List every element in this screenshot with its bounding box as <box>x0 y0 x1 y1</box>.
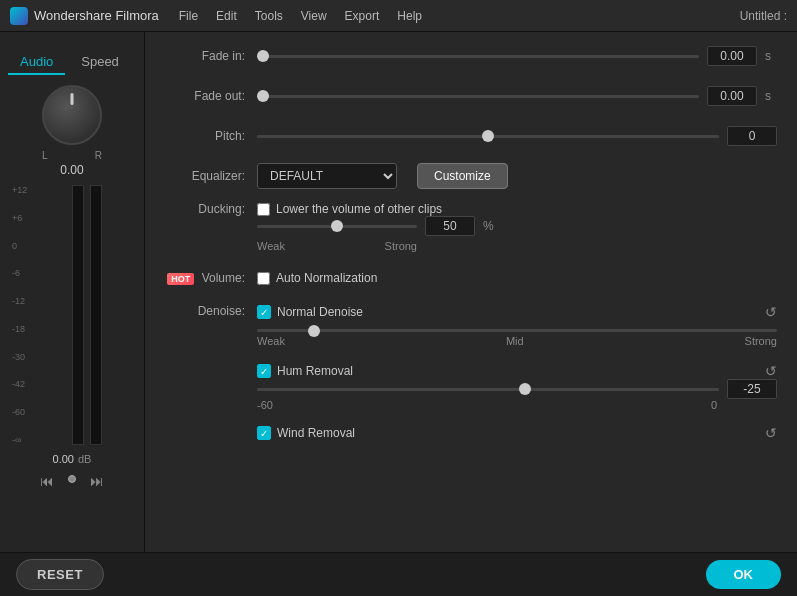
bottom-bar: RESET OK <box>0 552 797 596</box>
menu-view[interactable]: View <box>301 9 327 23</box>
hum-checkbox-label: ✓ Hum Removal <box>257 364 353 378</box>
denoise-label: Denoise: <box>165 304 245 318</box>
menu-edit[interactable]: Edit <box>216 9 237 23</box>
pitch-slider-container <box>257 126 777 146</box>
auto-norm-label: Auto Normalization <box>257 271 377 285</box>
hum-removal-section: x ✓ Hum Removal ↺ -60 0 <box>165 363 777 411</box>
wind-text: Wind Removal <box>277 426 355 440</box>
wind-removal-row: x ✓ Wind Removal ↺ <box>165 419 777 447</box>
fade-out-value[interactable] <box>707 86 757 106</box>
menu-tools[interactable]: Tools <box>255 9 283 23</box>
menu-bar: File Edit Tools View Export Help <box>179 9 740 23</box>
app-logo: Wondershare Filmora <box>10 7 159 25</box>
meter-start-btn[interactable]: ⏮ <box>36 471 58 491</box>
app-name: Wondershare Filmora <box>34 8 159 23</box>
meter-db-unit: dB <box>78 453 91 465</box>
hum-text: Hum Removal <box>277 364 353 378</box>
fade-out-label: Fade out: <box>165 89 245 103</box>
ducking-slider-row: % <box>257 216 495 236</box>
fade-out-slider[interactable] <box>257 95 699 98</box>
lr-labels: L R <box>42 150 102 161</box>
hum-checkbox[interactable]: ✓ <box>257 364 271 378</box>
scale-18: -18 <box>12 324 27 334</box>
pitch-row: Pitch: <box>165 122 777 150</box>
menu-help[interactable]: Help <box>397 9 422 23</box>
fade-in-value[interactable] <box>707 46 757 66</box>
equalizer-controls: DEFAULT Classical Dance Full Bass Pop Ro… <box>257 163 508 189</box>
ducking-section: Ducking: Lower the volume of other clips… <box>165 202 777 252</box>
scale-30: -30 <box>12 352 27 362</box>
tab-speed[interactable]: Speed <box>69 50 131 75</box>
scale-42: -42 <box>12 379 27 389</box>
ducking-text: Lower the volume of other clips <box>276 202 442 216</box>
hum-reset-icon[interactable]: ↺ <box>765 363 777 379</box>
denoise-strong: Strong <box>745 335 777 347</box>
pitch-slider[interactable] <box>257 135 719 138</box>
equalizer-select[interactable]: DEFAULT Classical Dance Full Bass Pop Ro… <box>257 163 397 189</box>
ducking-value[interactable] <box>425 216 475 236</box>
meter-dot[interactable] <box>68 475 76 483</box>
wind-content: ✓ Wind Removal ↺ <box>257 425 777 441</box>
fade-in-row: Fade in: s <box>165 42 777 70</box>
auto-norm-text: Auto Normalization <box>276 271 377 285</box>
ducking-unit: % <box>483 219 495 233</box>
hum-content: ✓ Hum Removal ↺ <box>257 363 777 379</box>
denoise-scale: Weak Mid Strong <box>257 335 777 347</box>
fade-out-row: Fade out: s <box>165 82 777 110</box>
denoise-slider[interactable] <box>257 329 777 332</box>
meter-controls: ⏮ ⏭ <box>36 471 108 491</box>
denoise-section: Denoise: ✓ Normal Denoise ↺ Weak Mid <box>165 304 777 355</box>
ducking-checkbox-label: Lower the volume of other clips <box>257 202 442 216</box>
right-label: R <box>95 150 102 161</box>
tab-container: Audio Speed <box>0 42 144 75</box>
customize-button[interactable]: Customize <box>417 163 508 189</box>
fade-out-slider-container: s <box>257 86 777 106</box>
hum-top: ✓ Hum Removal ↺ <box>257 363 777 379</box>
hum-min: -60 <box>257 399 273 411</box>
ducking-checkbox[interactable] <box>257 203 270 216</box>
hot-badge: HOT <box>167 273 194 285</box>
fade-out-unit: s <box>765 89 777 103</box>
titlebar: Wondershare Filmora File Edit Tools View… <box>0 0 797 32</box>
scale-6n: -6 <box>12 268 27 278</box>
fade-in-label: Fade in: <box>165 49 245 63</box>
scale-60: -60 <box>12 407 27 417</box>
audio-meter: L R 0.00 +12 +6 0 -6 -12 -18 -30 -42 -60… <box>0 75 144 586</box>
ducking-slider[interactable] <box>257 225 417 228</box>
meter-end-btn[interactable]: ⏭ <box>86 471 108 491</box>
main-area: Audio Speed L R 0.00 +12 +6 0 -6 -12 <box>0 32 797 596</box>
pitch-value[interactable] <box>727 126 777 146</box>
denoise-checkbox[interactable]: ✓ <box>257 305 271 319</box>
meter-scale: +12 +6 0 -6 -12 -18 -30 -42 -60 -∞ <box>12 185 27 445</box>
auto-norm-checkbox[interactable] <box>257 272 270 285</box>
meter-bottom-value: 0.00 <box>53 453 74 465</box>
ok-button[interactable]: OK <box>706 560 782 589</box>
scale-inf: -∞ <box>12 435 27 445</box>
window-title: Untitled : <box>740 9 787 23</box>
hum-max: 0 <box>711 399 717 411</box>
menu-file[interactable]: File <box>179 9 198 23</box>
scale-0: 0 <box>12 241 27 251</box>
fade-in-slider[interactable] <box>257 55 699 58</box>
denoise-content: ✓ Normal Denoise ↺ <box>257 304 777 320</box>
wind-checkbox-label: ✓ Wind Removal <box>257 426 355 440</box>
hum-slider[interactable] <box>257 388 719 391</box>
ducking-row: Ducking: Lower the volume of other clips <box>165 202 777 216</box>
wind-reset-icon[interactable]: ↺ <box>765 425 777 441</box>
tab-audio[interactable]: Audio <box>8 50 65 75</box>
denoise-slider-area: Weak Mid Strong <box>257 320 777 355</box>
hum-range-labels: -60 0 <box>257 399 717 411</box>
menu-export[interactable]: Export <box>345 9 380 23</box>
volume-knob[interactable] <box>42 85 102 145</box>
denoise-weak: Weak <box>257 335 285 347</box>
wind-checkbox[interactable]: ✓ <box>257 426 271 440</box>
scale-12: +12 <box>12 185 27 195</box>
denoise-reset-icon[interactable]: ↺ <box>765 304 777 320</box>
denoise-header: Denoise: ✓ Normal Denoise ↺ <box>165 304 777 320</box>
hum-header: x ✓ Hum Removal ↺ <box>165 363 777 379</box>
reset-button[interactable]: RESET <box>16 559 104 590</box>
hum-value[interactable] <box>727 379 777 399</box>
fade-in-unit: s <box>765 49 777 63</box>
right-channel-meter <box>90 185 102 445</box>
volume-knob-container <box>42 85 102 145</box>
